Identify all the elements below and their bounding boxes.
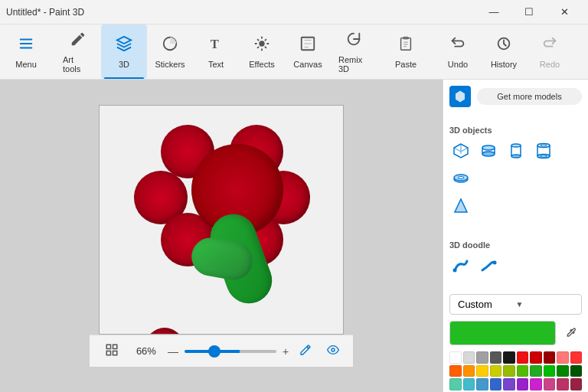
- close-button[interactable]: ✕: [547, 0, 582, 24]
- zoom-minus-icon: —: [168, 345, 178, 358]
- svg-point-15: [482, 145, 495, 150]
- color-cell[interactable]: [530, 351, 542, 364]
- svg-point-17: [511, 144, 521, 147]
- fit-canvas-button[interactable]: [99, 340, 125, 363]
- 3d-objects-row: [449, 139, 582, 190]
- text-icon: T: [207, 35, 224, 57]
- toolbar-item-redo[interactable]: Redo: [527, 24, 573, 79]
- title-bar-title: Untitled* - Paint 3D: [6, 7, 84, 18]
- canvas-area[interactable]: 66% — +: [0, 80, 443, 392]
- zoom-slider[interactable]: [185, 350, 276, 353]
- undo-icon: [449, 35, 466, 57]
- color-cell[interactable]: [463, 351, 475, 364]
- cube-shape-button[interactable]: [449, 139, 472, 162]
- minimize-button[interactable]: —: [476, 0, 511, 24]
- svg-rect-2: [20, 47, 33, 48]
- svg-point-27: [493, 261, 497, 265]
- toolbar-item-stickers[interactable]: Stickers: [147, 24, 193, 79]
- toolbar-item-paste[interactable]: Paste: [383, 24, 429, 79]
- redo-icon: [541, 35, 558, 57]
- svg-rect-1: [20, 43, 33, 44]
- color-cell[interactable]: [570, 351, 583, 364]
- color-cell[interactable]: [449, 378, 462, 390]
- color-cell[interactable]: [544, 351, 556, 364]
- get-models-button[interactable]: Get more models: [477, 88, 582, 105]
- bottom-toolbar: 66% — +: [90, 335, 353, 367]
- color-cell[interactable]: [544, 378, 556, 390]
- menu-icon: [18, 35, 34, 57]
- toolbar-item-undo[interactable]: Undo: [435, 24, 481, 79]
- color-cell[interactable]: [503, 351, 515, 364]
- color-cell[interactable]: [517, 378, 529, 390]
- color-cell[interactable]: [463, 378, 475, 390]
- 3d-doodle-label: 3D doodle: [449, 240, 582, 250]
- toolbar-item-remix3d-label: Remix 3D: [338, 55, 369, 74]
- svg-rect-10: [106, 345, 110, 348]
- toolbar-item-effects[interactable]: Effects: [239, 24, 285, 79]
- svg-point-20: [541, 145, 547, 146]
- color-cell[interactable]: [517, 351, 529, 364]
- color-cell[interactable]: [530, 378, 542, 390]
- toolbar-item-text[interactable]: T Text: [193, 24, 239, 79]
- color-cell[interactable]: [476, 378, 488, 390]
- edit-button[interactable]: [295, 341, 316, 361]
- canvas-container[interactable]: [99, 105, 344, 335]
- 3d-objects-label: 3D objects: [449, 126, 582, 135]
- dropdown-chevron-icon: ▼: [516, 300, 574, 309]
- color-cell[interactable]: [490, 351, 502, 364]
- doodle-brush2-button[interactable]: [477, 254, 500, 277]
- cone-shape-button[interactable]: [449, 194, 472, 217]
- color-cell[interactable]: [449, 365, 462, 377]
- toolbar-item-menu[interactable]: Menu: [3, 24, 49, 79]
- color-cell[interactable]: [503, 378, 515, 390]
- toolbar-more-button[interactable]: ⋯: [573, 24, 588, 79]
- toolbar-item-canvas-label: Canvas: [293, 60, 322, 69]
- svg-point-5: [259, 41, 264, 46]
- color-cell[interactable]: [570, 365, 583, 377]
- color-cell[interactable]: [570, 378, 583, 390]
- color-cell[interactable]: [490, 378, 502, 390]
- svg-point-26: [453, 269, 457, 273]
- color-cell[interactable]: [557, 365, 569, 377]
- svg-rect-0: [20, 38, 33, 40]
- current-color-swatch[interactable]: [449, 321, 556, 345]
- color-cell[interactable]: [557, 378, 569, 390]
- color-mode-dropdown[interactable]: Custom ▼: [449, 294, 582, 315]
- color-cell[interactable]: [503, 365, 515, 377]
- eyedropper-button[interactable]: [560, 322, 582, 344]
- toolbar-item-stickers-label: Stickers: [155, 60, 185, 69]
- view-button[interactable]: [322, 341, 344, 361]
- color-cell[interactable]: [449, 351, 462, 364]
- toolbar-item-remix3d[interactable]: Remix 3D: [331, 24, 377, 79]
- zoom-plus-icon: +: [283, 345, 289, 358]
- toolbar-item-history[interactable]: History: [481, 24, 527, 79]
- canvas-scene: [100, 106, 343, 334]
- cylinder-tall-shape-button[interactable]: [505, 139, 528, 162]
- 3d-objects-row2: [449, 194, 582, 217]
- title-bar: Untitled* - Paint 3D — ☐ ✕: [0, 0, 588, 24]
- svg-text:T: T: [211, 36, 219, 51]
- svg-point-22: [541, 155, 547, 157]
- toolbar-item-art-tools[interactable]: Art tools: [55, 24, 101, 79]
- cylinder-flat-shape-button[interactable]: [477, 139, 500, 162]
- color-cell[interactable]: [476, 351, 488, 364]
- color-cell[interactable]: [544, 365, 556, 377]
- right-panel: Get more models 3D objects: [443, 80, 588, 392]
- color-cell[interactable]: [530, 365, 542, 377]
- main-area: 66% — +: [0, 80, 588, 392]
- color-cell[interactable]: [490, 365, 502, 377]
- svg-point-14: [332, 348, 335, 351]
- toolbar-item-3d[interactable]: 3D: [101, 24, 147, 79]
- color-cell[interactable]: [557, 351, 569, 364]
- color-cell[interactable]: [517, 365, 529, 377]
- color-cell[interactable]: [463, 365, 475, 377]
- doodle-brush1-button[interactable]: [449, 254, 472, 277]
- panel-logo: [449, 86, 471, 107]
- toolbar-item-canvas[interactable]: Canvas: [285, 24, 331, 79]
- tube-shape-button[interactable]: [532, 139, 555, 162]
- maximize-button[interactable]: ☐: [511, 0, 547, 24]
- history-icon: [495, 35, 512, 57]
- toolbar-item-menu-label: Menu: [15, 60, 37, 69]
- donut-shape-button[interactable]: [449, 167, 472, 190]
- color-cell[interactable]: [476, 365, 488, 377]
